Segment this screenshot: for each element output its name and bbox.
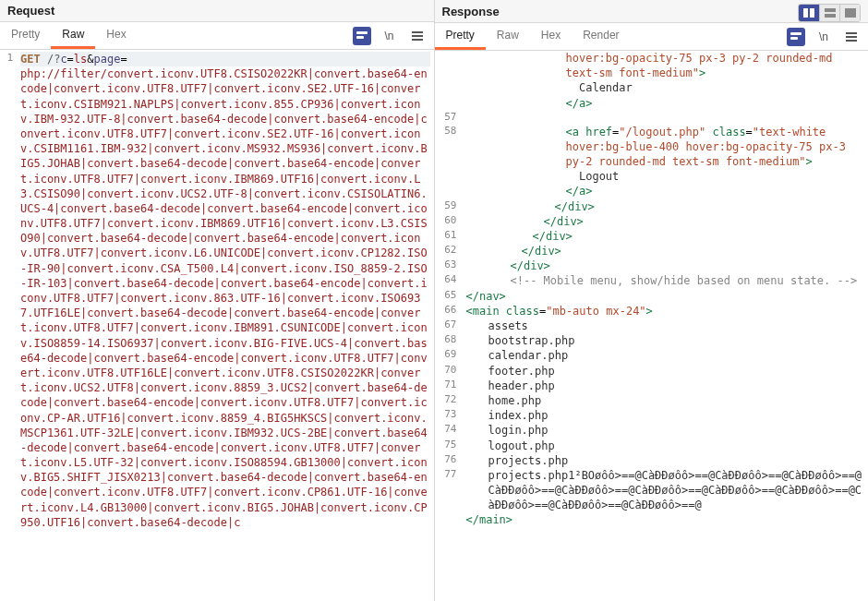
code-cell[interactable]: <!-- Mobile menu, show/hide based on men… (466, 273, 869, 288)
line-number: 58 (435, 125, 466, 170)
line-number (435, 51, 466, 80)
line-number: 62 (435, 244, 466, 258)
line-number: 72 (435, 393, 466, 408)
request-first-line: GET /?c=ls&page= (20, 52, 430, 66)
code-cell[interactable]: projects.php (466, 453, 869, 468)
code-cell[interactable]: home.php (466, 393, 869, 408)
line-number (435, 184, 466, 198)
request-body[interactable]: 1 GET /?c=ls&page= php://filter/convert.… (0, 50, 434, 601)
code-cell[interactable]: assets (466, 319, 869, 333)
code-cell[interactable]: <a href="/logout.php" class="text-white … (466, 125, 869, 170)
request-panel: Request PrettyRawHex \n 1 GET /?c=l (0, 0, 435, 601)
code-cell[interactable]: login.php (466, 423, 869, 438)
response-panel: Response PrettyRawHexRender (435, 0, 869, 601)
code-cell[interactable]: </nav> (466, 289, 869, 304)
code-cell[interactable]: projects.php1²BOøôô>==@CàÐĐøôô>==@CàÐĐøô… (466, 468, 869, 513)
response-line: 68bootstrap.php (435, 333, 869, 348)
param-c-key: c (60, 53, 66, 66)
request-tabs-bar: PrettyRawHex \n (0, 22, 434, 50)
response-line: 64<!-- Mobile menu, show/hide based on m… (435, 273, 869, 288)
line-number: 77 (435, 468, 466, 513)
line-number: 60 (435, 214, 466, 229)
tab-hex[interactable]: Hex (530, 23, 572, 50)
svg-rect-7 (825, 8, 836, 12)
code-cell[interactable]: </div> (466, 258, 869, 273)
line-number (435, 80, 466, 95)
view-single-icon[interactable] (839, 5, 860, 21)
response-tabs-bar: PrettyRawHexRender \n (435, 23, 869, 51)
code-cell[interactable]: footer.php (466, 364, 869, 379)
code-cell[interactable]: Logout (466, 169, 869, 184)
tab-pretty[interactable]: Pretty (0, 22, 51, 49)
tab-raw[interactable]: Raw (486, 23, 530, 50)
response-line: </a> (435, 184, 869, 198)
response-line: 63</div> (435, 258, 869, 273)
param-page-key: page (94, 53, 121, 66)
view-vertical-icon[interactable] (799, 5, 819, 21)
wrap-toggle-icon[interactable]: \n (814, 28, 833, 46)
response-title: Response (442, 5, 500, 22)
param-c-value: ls (74, 53, 87, 66)
code-cell[interactable]: </a> (466, 96, 869, 111)
tab-pretty[interactable]: Pretty (435, 23, 486, 50)
response-header: Response (435, 0, 869, 23)
response-lines: hover:bg-opacity-75 px-3 py-2 rounded-md… (435, 51, 869, 528)
code-cell[interactable]: bootstrap.php (466, 333, 869, 348)
tab-render[interactable]: Render (572, 23, 630, 50)
request-path-prefix: /? (47, 53, 60, 66)
response-line: </main> (435, 512, 869, 527)
hamburger-icon[interactable] (842, 28, 861, 46)
line-number: 59 (435, 199, 466, 214)
code-cell[interactable]: logout.php (466, 439, 869, 453)
code-cell[interactable]: header.php (466, 379, 869, 393)
view-horizontal-icon[interactable] (819, 5, 839, 21)
response-line: 58<a href="/logout.php" class="text-whit… (435, 125, 869, 170)
line-number (435, 169, 466, 184)
code-cell[interactable]: hover:bg-opacity-75 px-3 py-2 rounded-md… (466, 51, 869, 80)
wrap-toggle-icon[interactable]: \n (380, 27, 399, 45)
line-number (435, 96, 466, 111)
response-actions-icon[interactable] (787, 28, 805, 46)
response-line: Logout (435, 169, 869, 184)
response-line: Calendar (435, 80, 869, 95)
tab-raw[interactable]: Raw (51, 22, 95, 49)
line-number (435, 512, 466, 527)
code-cell[interactable]: </div> (466, 244, 869, 258)
response-line: 57 (435, 111, 869, 125)
hamburger-icon[interactable] (408, 27, 427, 45)
request-actions-icon[interactable] (353, 27, 371, 45)
code-cell[interactable]: Calendar (466, 80, 869, 95)
response-header-actions (798, 4, 861, 22)
request-tab-actions: \n (353, 27, 434, 45)
code-cell[interactable]: </div> (466, 229, 869, 244)
response-line: 76projects.php (435, 453, 869, 468)
svg-rect-1 (356, 36, 364, 39)
request-content[interactable]: GET /?c=ls&page= php://filter/convert.ic… (17, 50, 434, 530)
line-number: 70 (435, 364, 466, 379)
line-number: 57 (435, 111, 466, 125)
svg-rect-10 (790, 32, 802, 35)
response-line: 71header.php (435, 379, 869, 393)
code-cell[interactable]: </div> (466, 199, 869, 214)
svg-rect-11 (790, 37, 798, 40)
http-method: GET (20, 53, 41, 66)
code-cell[interactable]: </main> (466, 512, 869, 527)
code-cell[interactable] (466, 111, 869, 125)
code-cell[interactable]: calendar.php (466, 348, 869, 363)
line-number: 67 (435, 319, 466, 333)
line-number: 74 (435, 423, 466, 438)
code-cell[interactable]: <main class="mb-auto mx-24"> (466, 304, 869, 319)
svg-rect-0 (356, 31, 368, 34)
code-cell[interactable]: index.php (466, 408, 869, 423)
view-mode-group (798, 4, 861, 22)
line-number: 65 (435, 289, 466, 304)
response-line: 67assets (435, 319, 869, 333)
code-cell[interactable]: </div> (466, 214, 869, 229)
code-cell[interactable]: </a> (466, 184, 869, 198)
response-body[interactable]: hover:bg-opacity-75 px-3 py-2 rounded-md… (435, 51, 869, 601)
response-line: 77projects.php1²BOøôô>==@CàÐĐøôô>==@CàÐĐ… (435, 468, 869, 513)
svg-rect-8 (825, 14, 836, 18)
response-line: 61</div> (435, 229, 869, 244)
tab-hex[interactable]: Hex (95, 22, 137, 49)
request-payload: php://filter/convert.iconv.UTF8.CSISO202… (20, 67, 428, 529)
